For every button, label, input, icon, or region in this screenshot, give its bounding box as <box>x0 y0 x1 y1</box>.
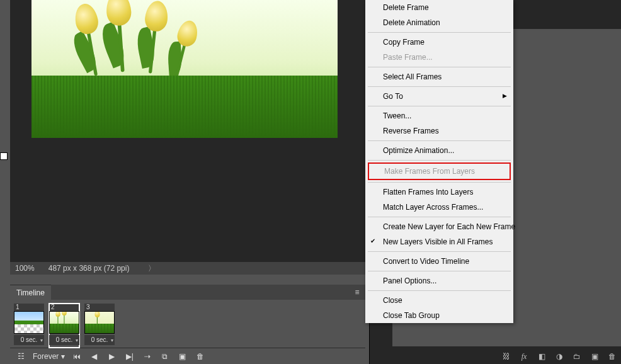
menu-item[interactable]: Flatten Frames Into Layers <box>365 185 513 200</box>
delete-layer-icon[interactable]: 🗑 <box>607 351 617 361</box>
menu-item-label: Paste Frame... <box>383 53 433 62</box>
adjustment-layer-icon[interactable]: ◑ <box>554 351 564 361</box>
frame-thumb[interactable] <box>84 311 115 334</box>
canvas[interactable] <box>31 0 338 138</box>
menu-item-label: Reverse Frames <box>383 127 439 135</box>
frame-delay[interactable]: 0 sec. <box>14 335 44 345</box>
convert-timeline-icon[interactable]: ☷ <box>15 351 26 362</box>
menu-item-highlight: Make Frames From Layers <box>368 162 511 180</box>
menu-separator <box>368 140 511 141</box>
frame-thumb[interactable] <box>49 311 79 334</box>
menu-separator <box>368 217 511 217</box>
menu-item-label: Copy Frame <box>383 38 424 47</box>
menu-separator <box>368 106 511 106</box>
menu-item[interactable]: Delete Frame <box>365 0 513 15</box>
menu-separator <box>368 160 511 161</box>
menu-item-label: Make Frames From Layers <box>384 167 475 176</box>
menu-item-label: Close <box>383 296 402 305</box>
menu-separator <box>368 271 511 271</box>
panel-menu-icon[interactable]: ≡ <box>349 288 365 297</box>
menu-separator <box>368 251 511 252</box>
menu-item-label: Tween... <box>383 111 411 120</box>
foreground-swatch[interactable] <box>0 152 8 160</box>
group-icon[interactable]: 🗀 <box>572 351 582 361</box>
play-icon[interactable]: ▶ <box>106 351 118 362</box>
first-frame-icon[interactable]: ⏮ <box>71 351 83 362</box>
menu-separator <box>368 32 511 33</box>
menu-item[interactable]: New Layers Visible in All Frames <box>365 234 513 249</box>
menu-separator <box>368 86 511 87</box>
frame-number: 1 <box>14 304 44 311</box>
menu-item-label: Panel Options... <box>383 276 436 285</box>
menu-item[interactable]: Select All Frames <box>365 69 513 84</box>
menu-item-label: Delete Frame <box>383 3 429 12</box>
menu-item-label: Select All Frames <box>383 72 442 81</box>
timeline-frame[interactable]: 2 0 sec. <box>49 304 79 348</box>
tween-icon[interactable]: ⇢ <box>142 351 153 362</box>
menu-item: Make Frames From Layers <box>369 164 510 179</box>
frame-delay[interactable]: 0 sec. <box>84 335 115 345</box>
layer-mask-icon[interactable]: ◧ <box>537 351 547 361</box>
frame-number: 2 <box>49 304 79 311</box>
menu-item-label: Create New Layer for Each New Frame <box>383 222 515 231</box>
frame-delay[interactable]: 0 sec. <box>49 335 79 345</box>
loop-dropdown[interactable]: Forever ▾ <box>33 352 65 361</box>
zoom-level[interactable]: 100% <box>15 264 35 273</box>
menu-item[interactable]: Close Tab Group <box>365 308 513 323</box>
menu-item[interactable]: Reverse Frames <box>365 123 513 139</box>
status-bar: 100% 487 px x 368 px (72 ppi) 〉 <box>10 262 365 275</box>
menu-item[interactable]: Delete Animation <box>365 15 513 30</box>
duplicate-frame-icon[interactable]: ⧉ <box>159 351 171 362</box>
timeline-frame[interactable]: 1 0 sec. <box>14 304 44 348</box>
menu-item-label: Delete Animation <box>383 18 440 27</box>
menu-item[interactable]: Tween... <box>365 108 513 123</box>
status-more-icon[interactable]: 〉 <box>148 263 156 274</box>
timeline-panel: Timeline ≡ 1 0 sec. 2 0 sec. 3 <box>10 285 365 364</box>
frame-thumb[interactable] <box>14 311 44 334</box>
layers-footer: ⛓ fx ◧ ◑ 🗀 ▣ 🗑 <box>501 351 617 361</box>
menu-item[interactable]: Convert to Video Timeline <box>365 254 513 269</box>
prev-frame-icon[interactable]: ◀ <box>89 351 100 362</box>
menu-item[interactable]: Match Layer Across Frames... <box>365 200 513 215</box>
menu-item-label: Convert to Video Timeline <box>383 257 469 266</box>
menu-item[interactable]: Close <box>365 293 513 308</box>
menu-separator <box>368 182 511 183</box>
timeline-frame[interactable]: 3 0 sec. <box>84 304 115 348</box>
new-layer-icon[interactable]: ▣ <box>590 351 600 361</box>
timeline-footer: ☷ Forever ▾ ⏮ ◀ ▶ ▶| ⇢ ⧉ ▣ 🗑 <box>10 348 365 364</box>
doc-dimensions: 487 px x 368 px (72 ppi) <box>48 264 130 273</box>
menu-item[interactable]: Go To <box>365 89 513 104</box>
menu-item[interactable]: Optimize Animation... <box>365 143 513 158</box>
timeline-frames: 1 0 sec. 2 0 sec. 3 0 sec <box>10 300 365 348</box>
tab-timeline[interactable]: Timeline <box>10 285 51 300</box>
canvas-area: 100% 487 px x 368 px (72 ppi) 〉 <box>10 0 365 275</box>
next-frame-icon[interactable]: ▶| <box>124 351 135 362</box>
tools-strip <box>0 0 10 162</box>
menu-item-label: New Layers Visible in All Frames <box>383 237 493 246</box>
timeline-context-menu: Delete FrameDelete AnimationCopy FramePa… <box>365 0 513 323</box>
menu-item-label: Flatten Frames Into Layers <box>383 188 473 196</box>
menu-item[interactable]: Create New Layer for Each New Frame <box>365 219 513 234</box>
timeline-header: Timeline ≡ <box>10 285 365 300</box>
menu-item: Paste Frame... <box>365 50 513 65</box>
delete-frame-icon[interactable]: 🗑 <box>195 351 206 362</box>
menu-separator <box>368 290 511 291</box>
menu-item-label: Go To <box>383 92 403 101</box>
layer-fx-icon[interactable]: fx <box>519 351 529 361</box>
menu-item-label: Close Tab Group <box>383 311 440 320</box>
frame-number: 3 <box>84 304 115 311</box>
menu-item[interactable]: Copy Frame <box>365 35 513 50</box>
menu-item-label: Optimize Animation... <box>383 146 454 155</box>
menu-separator <box>368 67 511 67</box>
menu-item[interactable]: Panel Options... <box>365 273 513 288</box>
menu-item-label: Match Layer Across Frames... <box>383 203 483 212</box>
link-layers-icon[interactable]: ⛓ <box>501 351 511 361</box>
new-frame-icon[interactable]: ▣ <box>177 351 188 362</box>
